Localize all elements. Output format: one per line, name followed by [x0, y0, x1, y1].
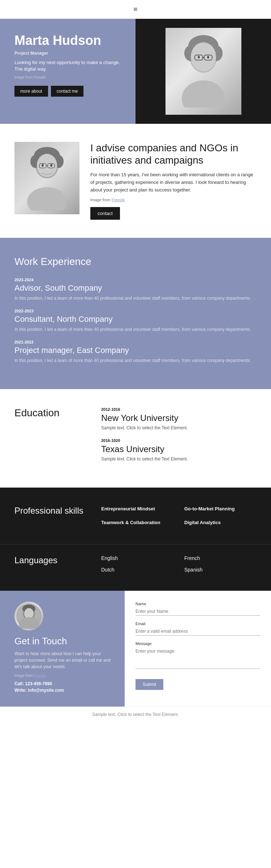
- about-contact-button[interactable]: contact: [90, 207, 120, 220]
- job-2: 2022-2023 Consultant, North Company In t…: [14, 309, 257, 333]
- skill-3: Teamwork & Collaboration: [101, 519, 173, 526]
- more-about-button[interactable]: more about: [14, 86, 48, 97]
- skills-section-title: Professional skills: [14, 506, 87, 516]
- skills-section: Professional skills Entrepreneurial Mind…: [0, 488, 271, 544]
- email-form-group: Email: [136, 621, 260, 636]
- name-form-group: Name: [136, 602, 260, 616]
- about-image: [14, 142, 79, 214]
- edu-1: 2012-1016 New York University Sample tex…: [101, 407, 257, 430]
- languages-section: Languages English French Dutch Spanish: [0, 544, 271, 591]
- submit-button[interactable]: Submit: [136, 679, 163, 690]
- top-nav: ≡: [0, 0, 271, 19]
- job-3-year: 2021-2022: [14, 340, 257, 344]
- job-1-title: Advisor, South Company: [14, 283, 257, 293]
- education-section: Education 2012-1016 New York University …: [0, 389, 271, 488]
- about-heading: I advise companies and NGOs in initiativ…: [90, 142, 257, 166]
- work-section-title: Work Experience: [14, 256, 257, 267]
- job-3: 2021-2022 Project manager, East Company …: [14, 340, 257, 364]
- message-form-group: Message: [136, 641, 260, 670]
- hamburger-icon[interactable]: ≡: [133, 5, 137, 13]
- lang-4: Spanish: [184, 567, 257, 573]
- hero-person-svg: [180, 35, 227, 108]
- job-2-desc: In this position, I led a team of more t…: [14, 326, 257, 333]
- contact-heading: Get in Touch: [14, 636, 114, 647]
- contact-me-button[interactable]: contact me: [51, 86, 84, 97]
- email-label: Email: [136, 621, 260, 626]
- hero-photo-placeholder: [165, 28, 241, 115]
- edu-1-year: 2012-1016: [101, 407, 257, 412]
- job-3-desc: In this position, I led a team of more t…: [14, 357, 257, 364]
- svg-point-8: [198, 56, 200, 59]
- skill-4: Digital Analytics: [184, 519, 257, 526]
- message-label: Message: [136, 641, 260, 646]
- contact-image-credit-link[interactable]: Freepik: [34, 674, 46, 678]
- message-textarea[interactable]: [136, 647, 260, 669]
- svg-point-25: [27, 187, 67, 211]
- contact-image-credit-pre: Image from: [14, 674, 33, 678]
- job-2-year: 2022-2023: [14, 309, 257, 313]
- lang-grid: English French Dutch Spanish: [101, 555, 257, 573]
- edu-section-title: Education: [14, 407, 87, 419]
- contact-image-credit: Image from Freepik: [14, 674, 114, 678]
- job-3-title: Project manager, East Company: [14, 346, 257, 355]
- contact-person-svg: [16, 603, 42, 629]
- hero-description: Looking for my next opportunity to make …: [14, 59, 125, 72]
- lang-2: French: [184, 555, 257, 561]
- edu-2-institution: Texas University: [101, 444, 257, 454]
- lang-section-title: Languages: [14, 555, 87, 565]
- svg-point-9: [207, 56, 209, 59]
- about-image-credit-link[interactable]: Freepik: [112, 198, 125, 202]
- about-image-credit-pre: Image from: [90, 198, 112, 202]
- contact-photo: [14, 602, 43, 631]
- hero-name: Marta Hudson: [14, 33, 125, 48]
- skills-left: Professional skills: [14, 506, 87, 516]
- job-1-desc: In this position, I led a team of more t…: [14, 295, 257, 302]
- svg-point-1: [182, 80, 225, 108]
- name-label: Name: [136, 602, 260, 606]
- hero-title: Project Manager: [14, 51, 125, 56]
- work-section: Work Experience 2023-2024 Advisor, South…: [0, 238, 271, 389]
- edu-right: 2012-1016 New York University Sample tex…: [101, 407, 257, 469]
- about-content: I advise companies and NGOs in initiativ…: [90, 142, 257, 220]
- lang-left: Languages: [14, 555, 87, 565]
- edu-2: 2016-1020 Texas University Sample text. …: [101, 438, 257, 462]
- job-1: 2023-2024 Advisor, South Company In this…: [14, 278, 257, 302]
- contact-email: Write: info@mysite.com: [14, 688, 114, 693]
- hero-section: Marta Hudson Project Manager Looking for…: [0, 19, 271, 124]
- contact-form: Name Email Message Submit: [125, 591, 271, 707]
- edu-2-desc: Sample text. Click to select the Text El…: [101, 456, 257, 462]
- hero-image-credit: Image from Freepik: [14, 75, 125, 79]
- svg-point-17: [37, 154, 57, 177]
- edu-1-institution: New York University: [101, 413, 257, 423]
- skill-2: Go-to-Market Planning: [184, 506, 257, 512]
- name-input[interactable]: [136, 607, 260, 616]
- job-1-year: 2023-2024: [14, 278, 257, 282]
- edu-2-year: 2016-1020: [101, 438, 257, 443]
- about-person-svg: [25, 146, 69, 211]
- edu-left: Education: [14, 407, 87, 469]
- about-section: I advise companies and NGOs in initiativ…: [0, 124, 271, 238]
- hero-left: Marta Hudson Project Manager Looking for…: [0, 19, 136, 124]
- hero-right: [136, 19, 271, 124]
- about-text: For more than 15 years, I've been workin…: [90, 171, 257, 194]
- job-2-title: Consultant, North Company: [14, 315, 257, 324]
- hero-photo: [165, 28, 241, 115]
- lang-3: Dutch: [101, 567, 173, 573]
- footer: Sample text. Click to select the Text El…: [0, 707, 271, 722]
- contact-description: Want to hear more about how I can help y…: [14, 650, 114, 670]
- contact-phone: Call: 123-456-7890: [14, 681, 114, 686]
- contact-section: Get in Touch Want to hear more about how…: [0, 591, 271, 707]
- svg-point-21: [50, 164, 52, 167]
- edu-1-desc: Sample text. Click to select the Text El…: [101, 425, 257, 430]
- lang-1: English: [101, 555, 173, 561]
- skills-grid: Entrepreneurial Mindset Go-to-Market Pla…: [101, 506, 257, 526]
- svg-point-20: [42, 164, 44, 167]
- footer-text: Sample text. Click to select the Text El…: [92, 712, 179, 717]
- hero-buttons: more about contact me: [14, 86, 125, 97]
- about-image-credit: Image from Freepik: [90, 198, 257, 202]
- skill-1: Entrepreneurial Mindset: [101, 506, 173, 512]
- email-input[interactable]: [136, 627, 260, 636]
- contact-left: Get in Touch Want to hear more about how…: [0, 591, 125, 707]
